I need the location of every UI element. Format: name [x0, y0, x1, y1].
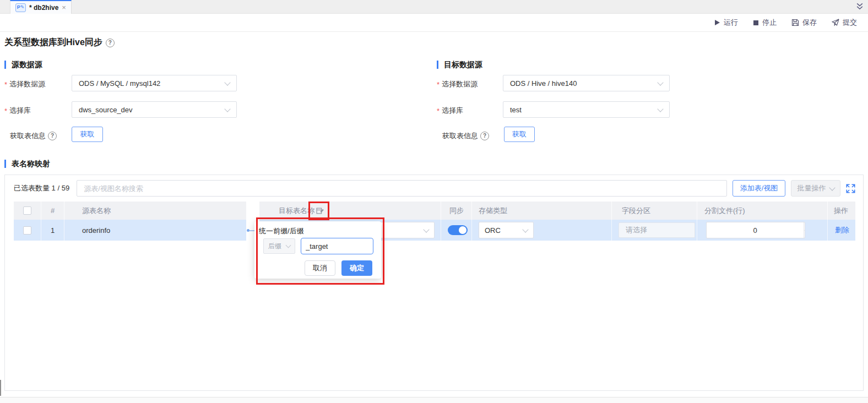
action-toolbar: 运行 停止 保存 提交: [0, 14, 868, 32]
table-search-input[interactable]: [77, 180, 727, 197]
select-all-checkbox[interactable]: [23, 206, 31, 215]
row-sync-cell: [441, 220, 472, 241]
confirm-button[interactable]: 确定: [341, 260, 372, 276]
target-fetch-label: 获取表信息 ?: [442, 131, 489, 141]
source-datasource-select[interactable]: ODS / MySQL / mysql142: [72, 75, 237, 91]
chevron-down-icon: [224, 79, 230, 85]
sync-toggle[interactable]: [448, 225, 468, 235]
spinner-up-icon[interactable]: [804, 222, 805, 231]
affix-type-select[interactable]: 后缀: [263, 238, 295, 254]
save-icon: [791, 19, 799, 26]
target-db-select[interactable]: test: [503, 101, 670, 118]
header-partition: 字段分区: [612, 202, 697, 220]
row-source-table: orderinfo: [64, 220, 246, 241]
chevron-down-icon: [286, 243, 291, 248]
chevron-down-icon: [657, 106, 663, 112]
edit-target-names-icon[interactable]: [316, 207, 324, 215]
stop-icon: [753, 20, 759, 26]
table-header-right: 目标表名称 同步 存储类型 字段分区 分割文件(行) 操作: [259, 202, 855, 220]
header-index: #: [41, 202, 64, 220]
cancel-button[interactable]: 取消: [305, 260, 335, 276]
affix-value-input[interactable]: [301, 238, 373, 254]
spinner-down-icon[interactable]: [804, 231, 805, 238]
split-rows-input[interactable]: [706, 222, 805, 238]
help-icon[interactable]: ?: [480, 132, 489, 140]
add-table-button[interactable]: 添加表/视图: [733, 180, 785, 197]
row-checkbox-cell: [14, 220, 41, 241]
source-section-title: 源数据源: [4, 61, 42, 69]
mapping-section-title: 表名称映射: [4, 160, 50, 168]
table-header-left: # 源表名称: [14, 202, 246, 220]
row-partition-cell: 请选择: [612, 220, 697, 241]
mapping-panel: 已选表数量 1 / 59 添加表/视图 批量操作 # 源表名称: [4, 175, 864, 391]
source-db-select[interactable]: dws_source_dev: [72, 101, 237, 118]
batch-actions-button[interactable]: 批量操作: [791, 180, 840, 197]
partition-select[interactable]: 请选择: [619, 222, 695, 238]
left-edge-bar: [0, 380, 1, 396]
row-storage-cell: ORC: [472, 220, 612, 241]
chevron-down-icon: [224, 106, 230, 112]
source-db-label: * 选择库: [4, 106, 31, 116]
fullscreen-icon[interactable]: [846, 184, 855, 193]
mapping-toolbar: 已选表数量 1 / 59 添加表/视图 批量操作: [14, 180, 855, 197]
send-icon: [832, 19, 839, 26]
tab-title: * db2hive: [29, 4, 58, 12]
source-datasource-label: * 选择数据源: [4, 79, 45, 89]
stop-button[interactable]: 停止: [753, 18, 777, 28]
tab-bar: P✎ * db2hive ×: [0, 0, 868, 14]
sync-task-page: P✎ * db2hive × 运行 停止 保存: [0, 0, 868, 403]
page-title: 关系型数据库到Hive同步 ?: [4, 37, 115, 48]
row-index: 1: [41, 220, 64, 241]
header-action: 操作: [828, 202, 855, 220]
target-section-title: 目标数据源: [437, 61, 482, 69]
header-source-table: 源表名称: [64, 202, 246, 220]
save-button[interactable]: 保存: [791, 18, 817, 28]
row-action-cell: 删除: [828, 220, 855, 241]
delete-row-link[interactable]: 删除: [835, 225, 849, 235]
play-icon: [714, 19, 720, 26]
chevron-down-icon: [657, 79, 663, 85]
source-fetch-label: 获取表信息 ?: [10, 131, 57, 141]
collapse-tabs-icon[interactable]: [855, 2, 864, 13]
target-db-label: * 选择库: [437, 106, 463, 116]
storage-type-select[interactable]: ORC: [479, 222, 534, 238]
prefix-suffix-popover: 统一前缀/后缀 后缀 取消 确定: [254, 221, 381, 279]
split-rows-value[interactable]: [707, 222, 804, 238]
chevron-down-icon: [522, 226, 528, 232]
row-checkbox[interactable]: [23, 226, 31, 235]
table-row: 1 orderinfo: [14, 220, 246, 241]
source-fetch-button[interactable]: 获取: [72, 127, 103, 142]
tab-db2hive[interactable]: P✎ * db2hive ×: [10, 0, 72, 14]
target-fetch-button[interactable]: 获取: [504, 127, 535, 142]
header-storage: 存储类型: [472, 202, 612, 220]
help-icon[interactable]: ?: [106, 39, 115, 47]
run-button[interactable]: 运行: [714, 18, 738, 28]
target-datasource-select[interactable]: ODS / Hive / hive140: [503, 75, 670, 91]
chevron-down-icon: [829, 184, 835, 190]
target-datasource-label: * 选择数据源: [437, 79, 478, 89]
number-spinner: [804, 222, 805, 238]
help-icon[interactable]: ?: [48, 132, 57, 140]
header-target-table: 目标表名称: [259, 202, 441, 220]
submit-button[interactable]: 提交: [832, 18, 857, 28]
header-checkbox-cell: [14, 202, 41, 220]
row-split-cell: [697, 220, 828, 241]
header-sync: 同步: [441, 202, 472, 220]
chevron-down-icon: [423, 226, 429, 232]
popover-title: 统一前缀/后缀: [259, 226, 304, 236]
bottom-scroll-strip[interactable]: [0, 397, 868, 403]
tab-close-icon[interactable]: ×: [62, 4, 66, 11]
header-split: 分割文件(行): [697, 202, 828, 220]
selected-count: 已选表数量 1 / 59: [14, 183, 69, 193]
script-type-icon: P✎: [15, 3, 26, 12]
